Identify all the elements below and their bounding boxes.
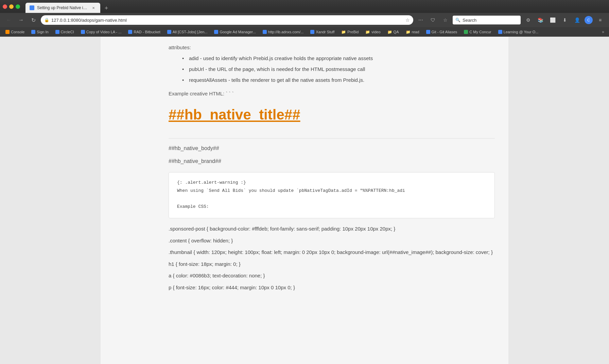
page-content: attributes: adid - used to identify whic… [0,37,609,364]
bookmark-label: PreBid [347,30,359,34]
list-item: adid - used to identify which Prebid.js … [182,54,495,62]
bookmarks-overflow-button[interactable]: » [600,29,606,35]
star-icon[interactable]: ☆ [440,15,450,25]
bookmark-cst-jobs[interactable]: All [CST-Jobs] [Jen... [164,29,210,35]
history-icon[interactable]: 📚 [536,15,545,25]
bookmark-favicon [263,30,267,34]
bookmark-favicon [81,30,85,34]
bookmark-label: Copy of Video LA - ... [86,30,122,34]
bookmark-label: Learning @ Your O... [504,30,539,34]
new-tab-button[interactable]: + [102,3,111,13]
article-body: attributes: adid - used to identify whic… [169,43,495,291]
bookmark-label: Console [11,30,24,34]
devtools-icon[interactable]: ⚙ [523,15,533,25]
list-item: requestAllAssets - tells the renderer to… [182,76,495,84]
bookmark-label: Sign In [37,30,48,34]
bookmark-qa[interactable]: 📁 QA [385,29,402,35]
css-line-3: .thumbnail { width: 120px; height: 100px… [169,249,495,256]
bookmark-concur[interactable]: C My Concur [461,29,494,35]
bookmark-video-la[interactable]: Copy of Video LA - ... [78,29,124,35]
tab-title: Setting up Prebid Native in Google... [37,5,88,10]
bookmark-learning[interactable]: Learning @ Your O... [495,29,541,35]
screenshot-icon[interactable]: ⬜ [548,15,557,25]
search-icon: 🔍 [455,18,460,22]
download-icon[interactable]: ⬇ [560,15,570,25]
bookmark-signin[interactable]: Sign In [29,29,51,35]
bookmark-xandr[interactable]: Xandr Stuff [308,29,337,35]
bookmark-label: read [412,30,419,34]
bookmark-favicon [310,30,314,34]
minimize-button[interactable] [9,4,14,9]
bookmark-console[interactable]: Console [3,29,27,35]
bookmark-label: RAD - Bitbucket [134,30,160,34]
code-line-1: {: .alert.alert-warning :} [177,179,486,186]
bookmark-favicon [31,30,35,34]
code-line-3 [177,195,486,202]
native-title-container: ##hb_native_title## [169,103,495,133]
bookmark-label: CircleCI [61,30,74,34]
search-input[interactable]: Search [463,18,476,23]
back-button[interactable]: ← [4,15,14,25]
address-bar[interactable]: 🔒 127.0.0.1:8080/adops/gam-native.html ☆ [41,15,413,25]
nav-bar: ← → ↻ 🔒 127.0.0.1:8080/adops/gam-native.… [0,13,609,27]
bookmark-prebid[interactable]: 📁 PreBid [338,29,361,35]
bookmark-label: Google Ad Manager... [220,30,256,34]
folder-icon: 📁 [341,30,346,34]
bookmark-circleci[interactable]: CircleCI [53,29,77,35]
native-brand-text: ##hb_native_brand## [169,157,495,166]
bookmark-star-icon[interactable]: ☆ [405,17,410,23]
bookmark-favicon [214,30,218,34]
native-title-link[interactable]: ##hb_native_title## [169,103,300,126]
browser-window: Setting up Prebid Native in Google... ✕ … [0,0,609,364]
maximize-button[interactable] [16,4,20,9]
search-bar[interactable]: 🔍 Search [453,16,521,24]
code-line-4: Example CSS: [177,203,486,210]
reload-button[interactable]: ↻ [29,15,38,25]
bookmark-favicon [128,30,132,34]
bookmarks-bar: Console Sign In CircleCI Copy of Video L… [0,27,609,37]
code-line-2: When using `Send All Bids` you should up… [177,187,486,194]
bookmark-video[interactable]: 📁 video [363,29,383,35]
bookmark-gam[interactable]: Google Ad Manager... [211,29,258,35]
page-inner: attributes: adid - used to identify whic… [101,37,508,364]
css-line-5: a { color: #0086b3; text-decoration: non… [169,272,495,280]
title-bar: Setting up Prebid Native in Google... ✕ … [0,0,609,13]
native-body-text: ##hb_native_body## [169,144,495,153]
bookmark-favicon [498,30,502,34]
tab-favicon [30,5,34,10]
example-label: Example creative HTML: ` ` ` [169,90,495,98]
folder-icon: 📁 [365,30,370,34]
bookmark-git[interactable]: Git - Git Aliases [423,29,460,35]
bookmark-favicon [5,30,10,34]
bookmark-read[interactable]: 📁 read [403,29,422,35]
bookmark-rad-bitbucket[interactable]: RAD - Bitbucket [125,29,163,35]
folder-icon: 📁 [406,30,411,34]
tab-close-button[interactable]: ✕ [91,5,96,11]
tab-bar: Setting up Prebid Native in Google... ✕ … [25,0,606,13]
traffic-lights [3,4,20,9]
account-icon[interactable]: 👤 [572,15,582,25]
forward-button[interactable]: → [16,15,26,25]
list-item: pubUrl - the URL of the page, which is n… [182,65,495,73]
css-line-4: h1 { font-size: 18px; margin: 0; } [169,260,495,268]
address-text: 127.0.0.1:8080/adops/gam-native.html [51,18,403,23]
bookmark-label: video [371,30,380,34]
bookmark-label: http://ib.adnxs.com/... [268,30,304,34]
bookmark-label: All [CST-Jobs] [Jen... [173,30,208,34]
bookmark-adnxs[interactable]: http://ib.adnxs.com/... [260,29,307,35]
profile-avatar[interactable]: C [585,16,593,24]
bookmark-favicon [55,30,59,34]
code-block: {: .alert.alert-warning :} When using `S… [169,172,495,218]
bookmark-label: Git - Git Aliases [432,30,457,34]
shield-icon[interactable]: 🛡 [428,15,438,25]
bookmark-label: C My Concur [469,30,491,34]
extensions-button[interactable]: ⋯ [416,15,425,25]
close-button[interactable] [3,4,7,9]
bookmark-favicon [426,30,430,34]
attributes-label: attributes: [169,43,495,52]
lock-icon: 🔒 [44,18,49,22]
css-line-2: .content { overflow: hidden; } [169,237,495,245]
css-line-1: .sponsored-post { background-color: #fff… [169,225,495,233]
menu-button[interactable]: ≡ [595,15,605,25]
active-tab[interactable]: Setting up Prebid Native in Google... ✕ [25,3,100,13]
